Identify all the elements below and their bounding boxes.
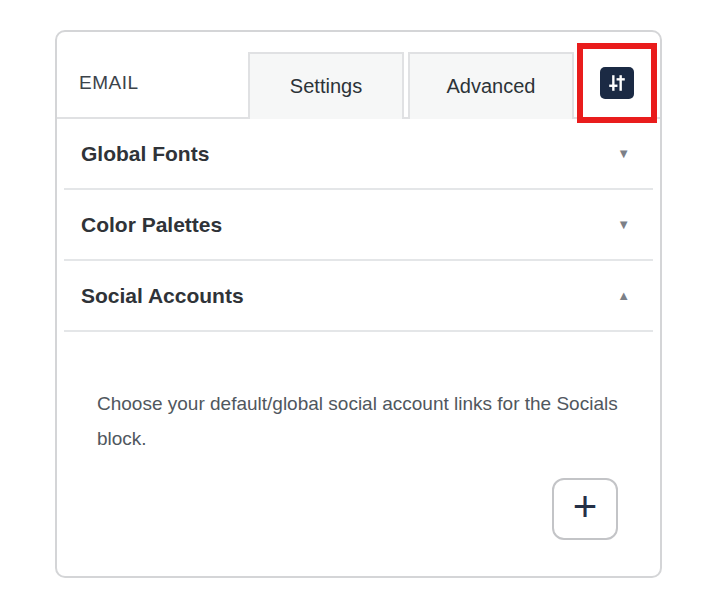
- tab-settings[interactable]: Settings: [248, 52, 404, 119]
- accordion-item-color-palettes[interactable]: Color Palettes ▼: [57, 190, 660, 259]
- sliders-icon: [606, 72, 628, 94]
- accordion-item-global-fonts[interactable]: Global Fonts ▼: [57, 119, 660, 188]
- caret-down-icon: ▼: [617, 147, 630, 160]
- accordion: Global Fonts ▼ Color Palettes ▼ Social A…: [57, 119, 660, 540]
- accordion-label: Global Fonts: [81, 142, 209, 166]
- global-styles-button[interactable]: [600, 67, 634, 99]
- social-accounts-body: Choose your default/global social accoun…: [57, 332, 660, 540]
- accordion-label: Color Palettes: [81, 213, 222, 237]
- tab-email[interactable]: EMAIL: [79, 72, 139, 94]
- social-accounts-description: Choose your default/global social accoun…: [97, 386, 618, 456]
- caret-up-icon: ▲: [617, 289, 630, 302]
- email-settings-panel: EMAIL Settings Advanced Global Fonts ▼: [55, 30, 662, 578]
- tab-bar: EMAIL Settings Advanced: [57, 32, 660, 119]
- add-social-account-button[interactable]: +: [552, 478, 618, 540]
- annotation-highlight-box: [577, 43, 657, 123]
- accordion-label: Social Accounts: [81, 284, 244, 308]
- tab-advanced[interactable]: Advanced: [408, 52, 574, 119]
- caret-down-icon: ▼: [617, 218, 630, 231]
- accordion-item-social-accounts[interactable]: Social Accounts ▲: [57, 261, 660, 330]
